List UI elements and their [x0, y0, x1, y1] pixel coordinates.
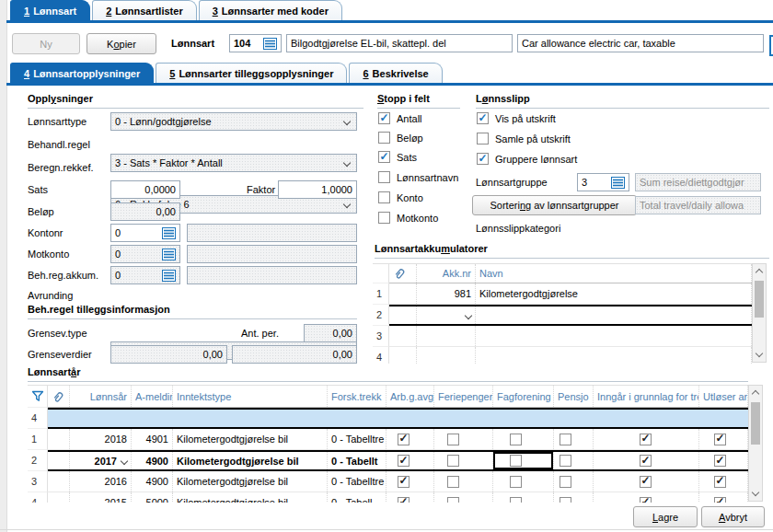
- pensjo-checkbox[interactable]: [560, 434, 571, 445]
- fagforening-checkbox[interactable]: [510, 434, 522, 445]
- lookup-grid-icon[interactable]: [162, 270, 176, 282]
- cell-amelding[interactable]: 4900: [132, 471, 173, 492]
- lonnsartnavn-checkbox[interactable]: [378, 171, 390, 183]
- inngar-checkbox[interactable]: [640, 476, 652, 488]
- cell-lonnsar[interactable]: 2018: [70, 429, 132, 449]
- lookup-grid-icon[interactable]: [162, 249, 176, 260]
- akkumulator-row[interactable]: 4: [373, 347, 752, 364]
- cell-forsktrekk[interactable]: 0 - Tabelltre: [328, 471, 386, 492]
- lookup-grid-icon[interactable]: [263, 38, 277, 50]
- inngar-checkbox[interactable]: [640, 434, 652, 445]
- ny-button[interactable]: Ny: [12, 33, 80, 54]
- arbgavg-checkbox[interactable]: [398, 497, 410, 503]
- pensjo-checkbox[interactable]: [560, 455, 571, 467]
- cell-lonnsar[interactable]: 2017: [70, 452, 132, 469]
- tab-lonnsartlister[interactable]: 2Lønnsartlister: [92, 0, 196, 20]
- cell-inntektstype[interactable]: Kilometergodtgjørelse bil: [173, 429, 328, 449]
- scrollbar-thumb[interactable]: [751, 402, 760, 445]
- cell-forsktrekk[interactable]: 0 - Tabellt: [328, 452, 386, 469]
- name-en-input[interactable]: Car allowance electric car, taxable: [517, 34, 764, 52]
- cell-amelding[interactable]: 4901: [132, 429, 173, 449]
- motkonto-checkbox[interactable]: [378, 212, 390, 224]
- kontonr-input[interactable]: 0: [110, 224, 180, 242]
- cell-amelding[interactable]: 5000: [132, 492, 173, 503]
- chevron-down-icon[interactable]: [121, 457, 128, 464]
- arbgavg-checkbox[interactable]: [398, 455, 410, 467]
- lonnsartar-insert-row[interactable]: 4: [28, 408, 748, 429]
- lonnsartar-row-2018[interactable]: 1 2018 4901 Kilometergodtgjørelse bil 0 …: [28, 429, 748, 450]
- lagre-button[interactable]: Lagre: [633, 506, 698, 527]
- lonnsartar-row-2017-selected[interactable]: 2 2017 4900 Kilometergodtgjørelse bil 0 …: [28, 450, 748, 471]
- cell-akknr[interactable]: 981: [417, 283, 476, 304]
- sortering-button[interactable]: Sortering av lønnsartgrupper: [472, 195, 637, 215]
- lonnsartar-scrollbar[interactable]: [748, 385, 763, 502]
- lookup-grid-icon[interactable]: [611, 177, 625, 189]
- gruppere-lonnsart-checkbox[interactable]: [477, 153, 489, 165]
- cell-lonnsar[interactable]: 2015: [70, 492, 132, 503]
- scrollbar-thumb[interactable]: [755, 281, 764, 318]
- lonnsartgruppe-input[interactable]: 3: [577, 173, 629, 191]
- clipped-lookup-icon[interactable]: [769, 35, 773, 56]
- cell-akknr[interactable]: [417, 326, 476, 346]
- cell-amelding[interactable]: 4900: [132, 452, 173, 469]
- cell-forsktrekk[interactable]: 0 - Tabell: [328, 492, 386, 503]
- arbgavg-checkbox[interactable]: [398, 476, 410, 488]
- pensjo-checkbox[interactable]: [560, 476, 571, 488]
- faktor-input[interactable]: 1,0000: [278, 180, 357, 199]
- arbgavg-checkbox[interactable]: [398, 434, 410, 445]
- utloser-checkbox[interactable]: [714, 497, 726, 503]
- cell-inntektstype[interactable]: Kilometergodtgjørelse bil: [173, 471, 328, 492]
- inngar-checkbox[interactable]: [640, 497, 652, 503]
- cell-navn[interactable]: Kilometergodtgjørelse: [476, 283, 752, 304]
- sats-input[interactable]: 0,0000: [110, 180, 180, 199]
- feriepenger-checkbox[interactable]: [447, 476, 459, 488]
- scroll-down-icon[interactable]: [756, 350, 763, 357]
- behandlregel-select[interactable]: 3 - Sats * Faktor * Antall: [110, 154, 357, 172]
- vis-pa-utskrift-checkbox[interactable]: [477, 112, 489, 124]
- sats-checkbox[interactable]: [378, 151, 390, 163]
- scroll-up-icon[interactable]: [756, 269, 763, 276]
- akkumulatorer-scrollbar[interactable]: [752, 263, 767, 363]
- avbryt-button[interactable]: Avbryt: [701, 506, 765, 527]
- lonnsartar-row-2016[interactable]: 3 2016 4900 Kilometergodtgjørelse bil 0 …: [28, 471, 748, 492]
- fagforening-checkbox[interactable]: [510, 476, 522, 488]
- feriepenger-checkbox[interactable]: [447, 497, 459, 503]
- utloser-checkbox[interactable]: [714, 455, 726, 467]
- cell-lonnsar[interactable]: 2016: [70, 471, 132, 492]
- tab-lonnsarter-med-koder[interactable]: 3Lønnsarter med koder: [199, 0, 342, 20]
- inngar-checkbox[interactable]: [640, 455, 652, 467]
- cell-navn[interactable]: [476, 326, 752, 346]
- akkumulator-row[interactable]: 1 981 Kilometergodtgjørelse: [373, 283, 752, 305]
- tab-tilleggsopplysninger[interactable]: 5Lønnsarter tilleggsopplysninger: [156, 63, 347, 83]
- feriepenger-checkbox[interactable]: [447, 434, 459, 445]
- cell-forsktrekk[interactable]: 0 - Tabelltre: [328, 429, 386, 449]
- kopier-button[interactable]: Kopier: [87, 33, 156, 54]
- cell-navn[interactable]: [476, 347, 752, 364]
- cell-navn[interactable]: [476, 306, 752, 324]
- konto-checkbox[interactable]: [378, 191, 390, 203]
- lonnsarttype-select[interactable]: 0 - Lønn/godtgjørelse: [110, 112, 357, 131]
- samle-pa-utskrift-checkbox[interactable]: [477, 133, 489, 145]
- lookup-grid-icon[interactable]: [162, 227, 176, 239]
- akkumulator-row[interactable]: 3: [373, 326, 752, 347]
- tab-beskrivelse[interactable]: 6Beskrivelse: [349, 63, 442, 83]
- scroll-down-icon[interactable]: [752, 489, 759, 496]
- fagforening-checkbox[interactable]: [510, 455, 522, 467]
- cell-akknr[interactable]: [417, 347, 476, 364]
- cell-akknr[interactable]: [417, 306, 476, 324]
- belop-checkbox[interactable]: [378, 132, 390, 144]
- cell-inntektstype[interactable]: Kilometergodtgjørelse bil: [173, 452, 328, 469]
- antall-checkbox[interactable]: [378, 112, 390, 124]
- utloser-checkbox[interactable]: [714, 476, 726, 488]
- utloser-checkbox[interactable]: [714, 434, 726, 445]
- akkumulator-row-selected[interactable]: 2: [373, 305, 752, 326]
- cell-inntektstype[interactable]: Kilometergodtgjørelse bil: [173, 492, 328, 503]
- tab-lonnsart[interactable]: 1Lønnsart: [10, 0, 90, 20]
- pensjo-checkbox[interactable]: [560, 497, 571, 503]
- fagforening-checkbox[interactable]: [510, 497, 522, 503]
- lonnsart-code-input[interactable]: 104: [229, 34, 282, 52]
- filter-funnel-icon[interactable]: [28, 386, 48, 408]
- scroll-up-icon[interactable]: [752, 390, 759, 398]
- name-no-input[interactable]: Bilgodtgjørelse EL-bil, skattepl. del: [286, 34, 513, 52]
- feriepenger-checkbox[interactable]: [447, 455, 459, 467]
